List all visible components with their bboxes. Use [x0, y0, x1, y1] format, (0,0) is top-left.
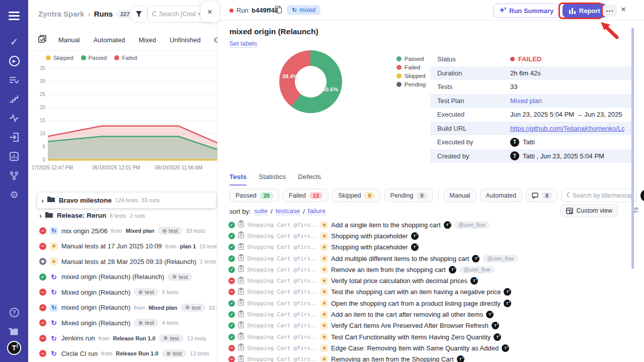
- run-name[interactable]: Circle CI run: [61, 350, 98, 357]
- test-title[interactable]: Shopping with placeholder: [331, 232, 408, 240]
- import-icon[interactable]: [0, 128, 28, 147]
- run-name[interactable]: Bravo milestone: [59, 197, 112, 204]
- run-row[interactable]: › Manual tests at 17 Jun 2025 10:09 from…: [28, 239, 217, 254]
- run-name[interactable]: mixed origin (Relaunch): [61, 304, 130, 311]
- detail-value[interactable]: 33: [510, 83, 517, 90]
- run-row[interactable]: › mixed origin (Relaunch) from Mixed pla…: [28, 300, 217, 316]
- steps-icon[interactable]: [0, 89, 28, 109]
- detail-value[interactable]: T Tatti , Jun 23, 2025 5:04 PM: [510, 151, 604, 160]
- run-name[interactable]: Jenkins run: [61, 334, 95, 342]
- status-filter-chip[interactable]: Failed 13: [283, 189, 329, 202]
- copy-icon[interactable]: [275, 6, 282, 16]
- run-name[interactable]: Mixed origin (Relaunch): [61, 289, 130, 296]
- run-row[interactable]: › Mixed origin (Relaunch) from ⚙test 4 t…: [28, 315, 217, 331]
- test-row[interactable]: Shopping Cart @firs... Shopping with pla…: [217, 242, 644, 253]
- sort-failure-link[interactable]: failure: [308, 207, 326, 215]
- test-title[interactable]: Open the shopping cart from a product li…: [331, 300, 501, 307]
- comments-filter-chip[interactable]: 8: [526, 189, 558, 202]
- runs-icon[interactable]: ▶: [0, 51, 28, 70]
- panel-close-button[interactable]: ×: [201, 2, 219, 22]
- detail-value[interactable]: Mixed plan: [510, 97, 542, 105]
- filter-button[interactable]: [130, 6, 147, 23]
- test-suite[interactable]: Shopping Cart @firs...: [247, 334, 317, 340]
- test-title[interactable]: Test Cart Functionality with Items Havin…: [331, 333, 491, 341]
- status-filter-chip[interactable]: Pending 0: [384, 189, 433, 202]
- run-row[interactable]: › Release: Rerun from ⚙ 8 tests 2 runs: [28, 208, 217, 224]
- tests-icon[interactable]: ✓: [0, 32, 28, 51]
- help-icon[interactable]: ?: [0, 303, 28, 322]
- detail-value[interactable]: FAILED: [510, 55, 541, 63]
- run-plan-name[interactable]: Mixed plan: [148, 305, 177, 311]
- chevron-right-icon[interactable]: ›: [41, 196, 44, 205]
- run-type-badge[interactable]: ↻mixed: [287, 5, 320, 15]
- test-plans-icon[interactable]: [0, 70, 28, 89]
- test-title[interactable]: Removing an Item from the Shopping Cart: [331, 355, 454, 362]
- menu-icon[interactable]: [0, 6, 28, 25]
- run-row[interactable]: › Circle CI run from Release Run 1.0 ⚙te…: [28, 346, 217, 361]
- tab[interactable]: Defects: [298, 173, 321, 186]
- status-filter-chip[interactable]: Passed 20: [229, 189, 279, 202]
- test-suite[interactable]: Shopping Cart @firs...: [247, 345, 317, 351]
- test-suite[interactable]: Shopping Cart @firs...: [247, 322, 317, 329]
- run-plan-name[interactable]: Mixed plan: [126, 228, 154, 234]
- status-filter-chip[interactable]: Skipped 0: [332, 189, 380, 202]
- test-suite[interactable]: Shopping Cart @firs...: [247, 356, 317, 362]
- runs-tab[interactable]: Manual: [58, 36, 80, 44]
- test-title[interactable]: Add a single item to the shopping cart: [331, 221, 441, 229]
- runs-tab[interactable]: Mixed: [139, 36, 156, 44]
- run-name[interactable]: mix origin 25/06: [61, 227, 108, 235]
- automated-filter-chip[interactable]: Automated: [480, 189, 522, 202]
- run-plan-name[interactable]: plan 1: [180, 243, 196, 249]
- pulse-icon[interactable]: [0, 109, 28, 128]
- tests-search-input[interactable]: [573, 192, 632, 199]
- run-name[interactable]: Manual tests at 28 Mar 2025 09:33 (Relau…: [61, 258, 196, 265]
- custom-view-button[interactable]: Custom view: [560, 204, 618, 217]
- select-runs-icon[interactable]: [38, 35, 46, 45]
- detail-value[interactable]: T Tatti: [510, 138, 535, 147]
- test-title[interactable]: Test the shopping cart with an item havi…: [331, 288, 501, 296]
- test-row[interactable]: Shopping Cart @firs... Verify Cart Items…: [217, 320, 644, 331]
- sort-testcase-link[interactable]: testcase: [276, 207, 300, 215]
- test-suite[interactable]: Shopping Cart @firs...: [247, 244, 317, 250]
- test-suite[interactable]: Shopping Cart @firs...: [247, 311, 317, 318]
- test-suite[interactable]: Shopping Cart @firs...: [247, 289, 317, 295]
- test-suite[interactable]: Shopping Cart @firs...: [247, 233, 317, 239]
- runs-tab[interactable]: Automated: [94, 36, 125, 44]
- chevron-right-icon[interactable]: ›: [39, 211, 42, 220]
- scrollbar-thumb[interactable]: [631, 28, 634, 269]
- branch-icon[interactable]: [0, 166, 28, 185]
- test-row[interactable]: Shopping Cart @firs... Removing an Item …: [217, 354, 644, 362]
- run-row[interactable]: › Manual tests at 28 Mar 2025 09:33 (Rel…: [28, 254, 217, 269]
- test-title[interactable]: Edge Case: Removing Item with Same Quant…: [331, 344, 499, 352]
- close-button[interactable]: ×: [621, 5, 626, 15]
- test-row[interactable]: Shopping Cart @firs... Test Cart Functio…: [217, 331, 644, 342]
- settings-icon[interactable]: ⚙: [0, 185, 28, 204]
- test-suite[interactable]: Shopping Cart @firs...: [247, 266, 317, 273]
- detail-value[interactable]: https://github.com/TetianaKhomenko/Load-…: [510, 125, 624, 132]
- tests-search[interactable]: [561, 189, 637, 202]
- test-title[interactable]: Verify total price calculation with deci…: [331, 277, 467, 285]
- run-row[interactable]: › mixed origin (Relaunch) (Relaunch) fro…: [28, 269, 217, 285]
- test-row[interactable]: Shopping Cart @firs... Edge Case: Removi…: [217, 342, 644, 353]
- runs-tab[interactable]: Unfinished: [170, 36, 200, 44]
- test-title[interactable]: Add multiple different items to the shop…: [331, 255, 469, 262]
- run-row[interactable]: › Mixed origin (Relaunch) from ⚙test 5 t…: [28, 285, 217, 300]
- analytics-icon[interactable]: [0, 147, 28, 166]
- test-title[interactable]: Shopping with placeholder: [331, 243, 408, 251]
- set-labels-link[interactable]: Set labels: [229, 40, 257, 48]
- test-row[interactable]: Shopping Cart @firs... Open the shopping…: [217, 298, 644, 309]
- tab[interactable]: Tests: [229, 173, 247, 186]
- test-suite[interactable]: Shopping Cart @firs...: [247, 300, 317, 307]
- test-suite[interactable]: Shopping Cart @firs...: [247, 255, 317, 262]
- more-options-button[interactable]: ⋯: [603, 5, 617, 17]
- test-row[interactable]: Shopping Cart @firs... Verify total pric…: [217, 275, 644, 286]
- test-row[interactable]: Shopping Cart @firs... Remove an item fr…: [217, 264, 644, 275]
- test-suite[interactable]: Shopping Cart @firs...: [247, 222, 317, 228]
- project-name[interactable]: Zyntra Spark: [38, 10, 85, 18]
- test-title[interactable]: Remove an item from the shopping cart: [331, 266, 446, 274]
- sort-suite-link[interactable]: suite: [254, 207, 268, 215]
- manual-filter-chip[interactable]: Manual: [444, 189, 476, 202]
- run-row[interactable]: › Bravo milestone from ⚙ 124 tests 33 ru…: [37, 193, 216, 208]
- tab[interactable]: Statistics: [259, 173, 286, 186]
- assignee-avatar[interactable]: T: [640, 190, 644, 202]
